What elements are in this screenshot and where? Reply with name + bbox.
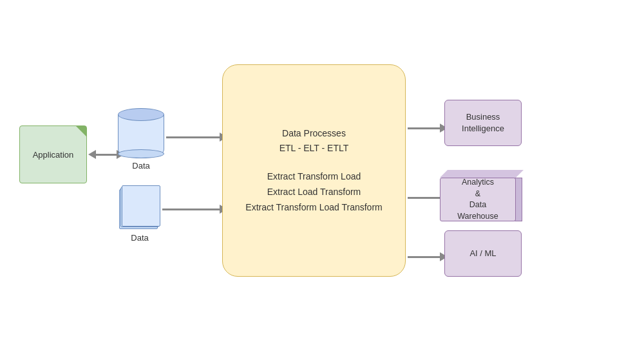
application-box: Application (19, 125, 87, 183)
data-pages-process-arrow (162, 205, 227, 214)
process-subtitle: ETL - ELT - ETLT (245, 141, 382, 156)
analytics-label: Analytics&DataWarehouse (440, 178, 516, 221)
diagram-container: Application Data Data Da (0, 0, 644, 343)
data-top-process-arrow (166, 133, 227, 142)
data-pages-label: Data (131, 233, 148, 243)
data-cylinder-top-label: Data (132, 161, 149, 171)
process-line-1: Extract Transform Load (245, 169, 382, 185)
process-line-3: Extract Transform Load Transform (245, 200, 382, 216)
process-box: Data Processes ETL - ELT - ETLT Extract … (222, 64, 406, 277)
ai-ml-label: AI / ML (469, 248, 496, 259)
process-aiml-arrow (408, 252, 448, 261)
process-title: Data Processes (245, 126, 382, 142)
application-label: Application (33, 150, 74, 160)
business-intelligence-box: BusinessIntelligence (444, 100, 522, 146)
process-line-2: Extract Load Transform (245, 185, 382, 200)
process-bi-arrow (408, 124, 448, 133)
bi-label: BusinessIntelligence (462, 111, 504, 134)
ai-ml-box: AI / ML (444, 230, 522, 277)
data-cylinder-top: Data (118, 108, 164, 171)
analytics-cube: Analytics&DataWarehouse (440, 170, 522, 221)
data-pages: Data (118, 185, 162, 243)
process-box-content: Data Processes ETL - ELT - ETLT Extract … (245, 126, 382, 216)
